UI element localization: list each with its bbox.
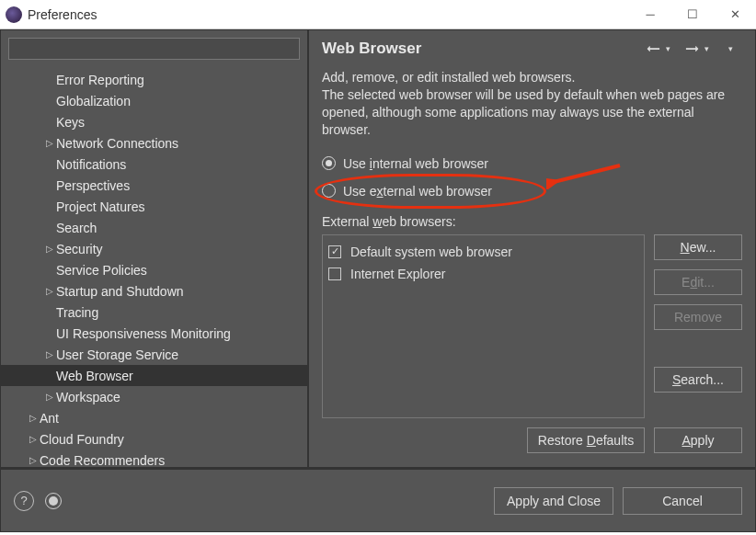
tree-item[interactable]: ▷Cloud Foundry bbox=[1, 428, 307, 450]
tree-item-label: Network Connections bbox=[56, 136, 178, 151]
radio-external-browser[interactable]: Use external web browser bbox=[322, 179, 742, 203]
tree-item[interactable]: Project Natures bbox=[1, 196, 307, 217]
page-description: Add, remove, or edit installed web brows… bbox=[309, 65, 755, 148]
tree-item[interactable]: ▷Security bbox=[1, 238, 307, 259]
tree-item-label: Code Recommenders bbox=[40, 453, 165, 468]
tree-item[interactable]: Tracing bbox=[1, 302, 307, 323]
cancel-button[interactable]: Cancel bbox=[623, 487, 742, 515]
page-title: Web Browser bbox=[322, 40, 641, 58]
tree-item[interactable]: Web Browser bbox=[1, 365, 307, 386]
forward-menu-icon[interactable]: ▾ bbox=[698, 44, 715, 53]
preferences-page: Web Browser 🠔 ▾ 🠖 ▾ ▾ Add, remove, or ed… bbox=[309, 30, 755, 467]
tree-item[interactable]: ▷User Storage Service bbox=[1, 344, 307, 365]
maximize-button[interactable]: ☐ bbox=[671, 0, 714, 28]
tree-item-label: Keys bbox=[56, 115, 85, 130]
expand-icon[interactable]: ▷ bbox=[43, 349, 56, 359]
tree-item[interactable]: Globalization bbox=[1, 90, 307, 111]
filter-input[interactable] bbox=[8, 38, 300, 60]
restore-defaults-button[interactable]: Restore Defaults bbox=[527, 427, 645, 453]
tree-item[interactable]: ▷Ant bbox=[1, 407, 307, 428]
tree-item-label: UI Responsiveness Monitoring bbox=[56, 326, 231, 341]
expand-icon[interactable]: ▷ bbox=[27, 434, 40, 444]
expand-icon[interactable]: ▷ bbox=[43, 392, 56, 402]
search-button[interactable]: Search... bbox=[654, 367, 742, 393]
expand-icon[interactable]: ▷ bbox=[43, 244, 56, 254]
back-menu-icon[interactable]: ▾ bbox=[659, 44, 676, 53]
import-export-icon[interactable] bbox=[43, 491, 63, 511]
apply-and-close-button[interactable]: Apply and Close bbox=[494, 487, 613, 515]
tree-item[interactable]: Notifications bbox=[1, 154, 307, 175]
expand-icon[interactable]: ▷ bbox=[43, 286, 56, 296]
tree-item-label: Tracing bbox=[56, 305, 98, 320]
browser-list-item[interactable]: Internet Explorer bbox=[328, 263, 638, 285]
tree-item-label: User Storage Service bbox=[56, 347, 178, 362]
app-icon bbox=[6, 6, 22, 23]
remove-button[interactable]: Remove bbox=[654, 304, 742, 330]
external-browsers-list[interactable]: ✓Default system web browserInternet Expl… bbox=[322, 234, 645, 418]
tree-item-label: Security bbox=[56, 242, 103, 256]
browser-list-label: Default system web browser bbox=[350, 245, 512, 259]
view-menu-icon[interactable]: ▾ bbox=[722, 44, 739, 53]
tree-item-label: Cloud Foundry bbox=[40, 432, 124, 447]
expand-icon[interactable]: ▷ bbox=[43, 138, 56, 148]
browser-list-label: Internet Explorer bbox=[350, 267, 446, 281]
tree-item-label: Ant bbox=[40, 411, 59, 426]
preferences-tree-panel: Error ReportingGlobalizationKeys▷Network… bbox=[1, 30, 309, 467]
tree-item[interactable]: ▷Workspace bbox=[1, 386, 307, 407]
tree-item-label: Startup and Shutdown bbox=[56, 284, 184, 299]
tree-item[interactable]: ▷Network Connections bbox=[1, 132, 307, 154]
external-browsers-label: External web browsers: bbox=[309, 207, 755, 234]
tree-item[interactable]: Service Policies bbox=[1, 259, 307, 280]
dialog-footer: ? Apply and Close Cancel bbox=[0, 468, 756, 532]
checkbox-icon[interactable]: ✓ bbox=[328, 245, 341, 258]
tree-item-label: Web Browser bbox=[56, 369, 133, 383]
tree-item[interactable]: Keys bbox=[1, 111, 307, 132]
radio-internal-browser[interactable]: Use internal web browser bbox=[322, 152, 742, 176]
tree-item[interactable]: Search bbox=[1, 217, 307, 238]
title-bar: Preferences ─ ☐ ✕ bbox=[0, 0, 756, 29]
help-icon[interactable]: ? bbox=[14, 491, 34, 511]
browser-list-item[interactable]: ✓Default system web browser bbox=[328, 241, 638, 263]
expand-icon[interactable]: ▷ bbox=[27, 413, 40, 423]
tree-item-label: Notifications bbox=[56, 157, 126, 172]
tree-item[interactable]: ▷Startup and Shutdown bbox=[1, 280, 307, 302]
tree-item-label: Service Policies bbox=[56, 263, 147, 278]
radio-icon bbox=[322, 156, 336, 170]
apply-button[interactable]: Apply bbox=[654, 427, 742, 453]
new-button[interactable]: New... bbox=[654, 234, 742, 260]
tree-item-label: Project Natures bbox=[56, 199, 144, 214]
tree-item[interactable]: Perspectives bbox=[1, 175, 307, 196]
preferences-tree[interactable]: Error ReportingGlobalizationKeys▷Network… bbox=[1, 67, 307, 467]
tree-item-label: Perspectives bbox=[56, 178, 130, 193]
tree-item[interactable]: UI Responsiveness Monitoring bbox=[1, 323, 307, 344]
tree-item-label: Workspace bbox=[56, 390, 120, 404]
tree-item-label: Globalization bbox=[56, 94, 131, 108]
close-button[interactable]: ✕ bbox=[714, 0, 756, 28]
tree-item-label: Search bbox=[56, 221, 97, 235]
tree-item[interactable]: ▷Code Recommenders bbox=[1, 450, 307, 467]
expand-icon[interactable]: ▷ bbox=[27, 455, 40, 465]
window-title: Preferences bbox=[28, 7, 97, 22]
checkbox-icon[interactable] bbox=[328, 268, 341, 280]
minimize-button[interactable]: ─ bbox=[629, 0, 671, 28]
radio-icon bbox=[322, 184, 336, 198]
tree-item[interactable]: Error Reporting bbox=[1, 69, 307, 90]
edit-button[interactable]: Edit... bbox=[654, 269, 742, 295]
tree-item-label: Error Reporting bbox=[56, 73, 144, 87]
